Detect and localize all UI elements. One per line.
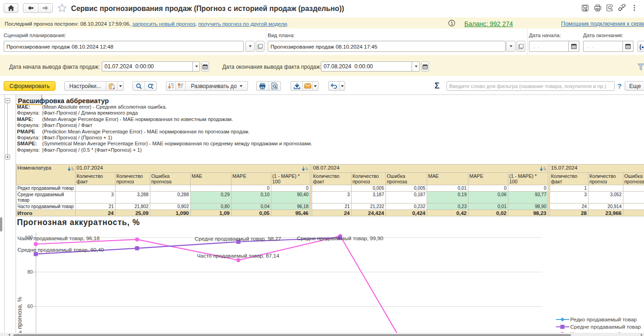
- svg-text:Средне продаваемый товар, 99,9: Средне продаваемый товар, 99,90: [297, 235, 384, 241]
- svg-text:Часто продаваемый товар, 96,18: Часто продаваемый товар, 96,18: [17, 235, 99, 241]
- svg-text:60: 60: [28, 303, 33, 309]
- svg-text:Точность прогноза, %: Точность прогноза, %: [17, 297, 23, 336]
- svg-text:Средне продаваемый товар: Средне продаваемый товар: [570, 324, 641, 330]
- svg-text:Средне продаваемый товар, 90,4: Средне продаваемый товар, 90,40: [17, 247, 104, 253]
- svg-text:Редко продаваемый товар: Редко продаваемый товар: [570, 316, 637, 323]
- svg-text:80: 80: [28, 269, 33, 275]
- svg-text:Средне продаваемый товар, 98,2: Средне продаваемый товар, 98,27: [195, 236, 281, 242]
- svg-text:Часто продаваемый товар, 87,14: Часто продаваемый товар, 87,14: [197, 253, 280, 259]
